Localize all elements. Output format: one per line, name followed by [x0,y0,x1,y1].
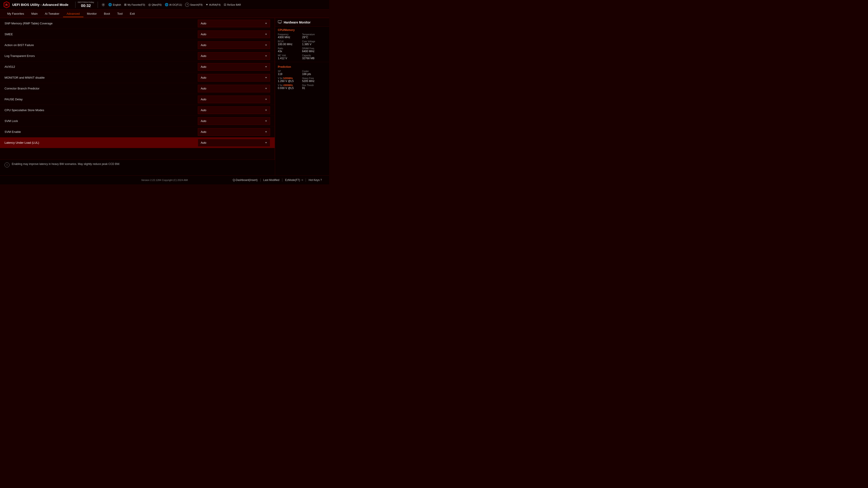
dropdown-value-monitor-mwait: Auto [201,76,206,79]
settings-list: SNP Memory (RMP Table) CoverageAuto▼SMEE… [0,18,275,148]
star-icon: ⊞ [124,3,127,6]
setting-row-monitor-mwait[interactable]: MONITOR and MWAIT disableAuto▼ [0,72,275,83]
hw-value: 166 pts [302,72,327,76]
hotkeys-button[interactable]: Hot Keys ? [306,178,324,182]
english-label: English [113,3,121,6]
setting-row-corrector-branch[interactable]: Corrector Branch PredictorAuto▼ [0,83,275,94]
dropdown-avx512[interactable]: Auto▼ [198,63,270,71]
info-panel: i Enabling may improve latency in heavy … [0,160,275,175]
nav-exit[interactable]: Exit [126,11,138,17]
svg-rect-4 [278,21,282,23]
dropdown-smee[interactable]: Auto▼ [198,31,270,38]
nav-tool[interactable]: Tool [114,11,126,17]
hw-value: 6400 MHz [302,50,327,53]
hw-monitor-title: Hardware Monitor [284,21,311,24]
hw-highlight: 5205MHz [283,77,293,79]
dropdown-svm-lock[interactable]: Auto▼ [198,117,270,125]
myfavorite-button[interactable]: ⊞ My Favorite(F3) [124,3,145,6]
ezmode-button[interactable]: EzMode(F7) ⊣ [282,178,306,182]
dropdown-log-transparent[interactable]: Auto▼ [198,52,270,60]
setting-control-action-bist: Auto▼ [198,41,270,49]
setting-label-avx512: AVX512 [4,65,198,68]
setting-row-action-bist[interactable]: Action on BIST FailureAuto▼ [0,40,275,51]
hw-label: Heavy Freq [302,77,327,79]
hw-highlight: 4300MHz [283,84,293,87]
dropdown-svm-enable[interactable]: Auto▼ [198,128,270,136]
hw-row-cpu-memory-0: Frequency4300 MHzTemperature29°C [275,33,329,39]
qfan-button[interactable]: ◎ Qfan(F6) [148,3,162,6]
english-button[interactable]: 🌐 English [108,3,121,6]
hw-row-prediction-0: SP119Cooler166 pts [275,69,329,76]
dropdown-corrector-branch[interactable]: Auto▼ [198,85,270,92]
setting-label-svm-lock: SVM Lock [4,119,198,123]
setting-row-svm-lock[interactable]: SVM LockAuto▼ [0,116,275,127]
dropdown-arrow-icon: ▼ [265,98,267,101]
setting-row-pause-delay[interactable]: PAUSE DelayAuto▼ [0,94,275,105]
nav-boot[interactable]: Boot [100,11,114,17]
setting-row-log-transparent[interactable]: Log Transparent ErrorsAuto▼ [0,51,275,61]
dropdown-monitor-mwait[interactable]: Auto▼ [198,74,270,82]
hw-label: Ratio [278,47,302,50]
setting-control-svm-lock: Auto▼ [198,117,270,125]
dropdown-value-cpu-speculative: Auto [201,109,206,112]
dropdown-value-snp-memory: Auto [201,22,206,25]
aura-button[interactable]: ✦ AURA(F4) [206,3,221,6]
nav-myfavorites[interactable]: My Favorites [4,11,28,17]
resizebar-button[interactable]: ⊡ ReSize BAR [224,3,241,6]
hw-value: 5205 MHz [302,79,327,83]
myfavorite-label: My Favorite(F3) [127,3,145,6]
version-text: Version 2.22.1284 Copyright (C) 2024 AMI [141,179,188,182]
setting-row-snp-memory[interactable]: SNP Memory (RMP Table) CoverageAuto▼ [0,18,275,29]
nav-monitor[interactable]: Monitor [84,11,100,17]
dropdown-value-smee: Auto [201,33,206,36]
hw-value: 1.260 V @L5 [278,79,302,83]
dropdown-value-svm-enable: Auto [201,130,206,133]
hw-row-cpu-memory-1: BCLK100.00 MHzCore Voltage1.385 V [275,39,329,46]
setting-control-log-transparent: Auto▼ [198,52,270,60]
hw-col-prediction-0-0: SP119 [278,70,302,76]
setting-row-smee[interactable]: SMEEAuto▼ [0,29,275,40]
setting-label-monitor-mwait: MONITOR and MWAIT disable [4,76,198,79]
hw-value: 4300 MHz [278,36,302,39]
aioc-button[interactable]: 🌐 AI OC(F11) [165,3,182,6]
hw-value: 100.00 MHz [278,43,302,46]
settings-button[interactable] [101,3,105,6]
dropdown-arrow-icon: ▼ [265,33,267,35]
hw-col-prediction-1-1: Heavy Freq5205 MHz [302,77,327,83]
hw-row-prediction-2: V for 4300MHz0.930 V @L5Dos Thresh91 [275,84,329,90]
setting-label-snp-memory: SNP Memory (RMP Table) Coverage [4,22,198,25]
hw-label: Core Voltage [302,40,327,43]
dropdown-arrow-icon: ▼ [265,120,267,122]
dropdown-cpu-speculative[interactable]: Auto▼ [198,106,270,114]
date: 09/27/2024 Friday [78,1,94,4]
setting-label-pause-delay: PAUSE Delay [4,98,198,101]
globe-icon: 🌐 [108,3,112,6]
hw-label: Dos Thresh [302,84,327,87]
dropdown-pause-delay[interactable]: Auto▼ [198,96,270,103]
dropdown-action-bist[interactable]: Auto▼ [198,41,270,49]
lastmodified-button[interactable]: Last Modified [260,178,282,182]
nav-main[interactable]: Main [28,11,41,17]
hw-col-cpu-memory-3-0: MC Volt.1.412 V [278,54,302,60]
dropdown-value-log-transparent: Auto [201,55,206,58]
hw-value: 43x [278,50,302,53]
dropdown-arrow-icon: ▼ [265,44,267,46]
setting-row-avx512[interactable]: AVX512Auto▼ [0,61,275,72]
setting-row-svm-enable[interactable]: SVM EnableAuto▼ [0,127,275,137]
search-button[interactable]: ? Search(F9) [185,3,203,7]
hw-col-prediction-2-1: Dos Thresh91 [302,84,327,90]
dropdown-latency-under-load[interactable]: Auto▼ [198,139,270,147]
hw-col-prediction-0-1: Cooler166 pts [302,70,327,76]
hw-monitor-content: CPU/MemoryFrequency4300 MHzTemperature29… [275,27,329,90]
setting-row-cpu-speculative[interactable]: CPU Speculative Store ModesAuto▼ [0,105,275,116]
nav-aitweaker[interactable]: Ai Tweaker [41,11,63,17]
time: 00:32 [81,4,91,8]
dropdown-arrow-icon: ▼ [265,141,267,144]
dropdown-snp-memory[interactable]: Auto▼ [198,20,270,27]
setting-label-corrector-branch: Corrector Branch Predictor [4,87,198,90]
qdashboard-button[interactable]: Q-Dashboard(Insert) [230,178,260,182]
nav-advanced[interactable]: Advanced [63,11,84,17]
setting-row-latency-under-load[interactable]: Latency Under Load (LUL)Auto▼ [0,137,275,148]
setting-label-latency-under-load: Latency Under Load (LUL) [4,141,198,144]
resizebar-icon: ⊡ [224,3,226,6]
